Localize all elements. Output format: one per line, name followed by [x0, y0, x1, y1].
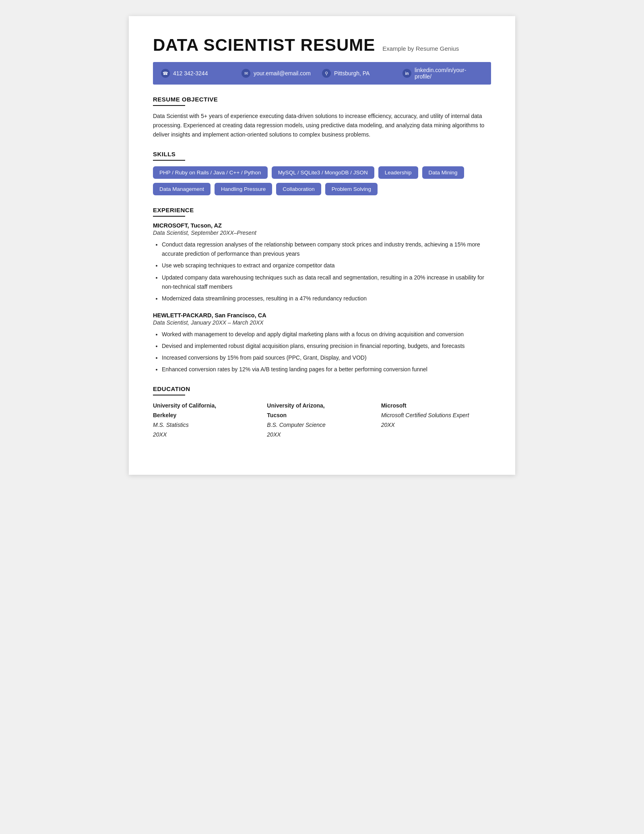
skills-divider: [153, 160, 185, 161]
education-grid: University of California,BerkeleyM.S. St…: [153, 401, 491, 439]
education-entry-1: University of Arizona,TucsonB.S. Compute…: [267, 401, 377, 439]
phone-text: 412 342-3244: [173, 70, 208, 77]
skills-grid: PHP / Ruby on Rails / Java / C++ / Pytho…: [153, 166, 491, 195]
education-divider: [153, 395, 185, 395]
list-item: Use web scraping techniques to extract a…: [162, 261, 491, 270]
email-text: your.email@email.com: [254, 70, 311, 77]
list-item: Worked with management to develop and ap…: [162, 330, 491, 339]
objective-text: Data Scientist with 5+ years of experien…: [153, 112, 491, 139]
education-entry-0: University of California,BerkeleyM.S. St…: [153, 401, 263, 439]
contact-bar: ☎ 412 342-3244 ✉ your.email@email.com ⚲ …: [153, 62, 491, 85]
education-entry-2: MicrosoftMicrosoft Certified Solutions E…: [381, 401, 491, 439]
degree: Microsoft Certified Solutions Expert: [381, 412, 469, 418]
contact-phone: ☎ 412 342-3244: [161, 69, 242, 78]
degree: M.S. Statistics: [153, 422, 189, 428]
experience-heading: EXPERIENCE: [153, 207, 491, 213]
list-item: Modernized data streamlining processes, …: [162, 294, 491, 303]
list-item: Enhanced conversion rates by 12% via A/B…: [162, 365, 491, 374]
contact-email: ✉ your.email@email.com: [242, 69, 322, 78]
skills-heading: SKILLS: [153, 151, 491, 157]
contact-linkedin: in linkedin.com/in/your-profile/: [402, 67, 483, 80]
institution-name: Microsoft: [381, 402, 407, 409]
skill-badge: Data Mining: [422, 166, 464, 179]
list-item: Conduct data regression analyses of the …: [162, 240, 491, 259]
skill-badge: Collaboration: [276, 183, 321, 195]
institution-name: University of Arizona,Tucson: [267, 402, 324, 418]
linkedin-text: linkedin.com/in/your-profile/: [415, 67, 483, 80]
skill-badge: PHP / Ruby on Rails / Java / C++ / Pytho…: [153, 166, 268, 179]
bullet-list: Conduct data regression analyses of the …: [153, 240, 491, 303]
graduation-year: 20XX: [381, 422, 395, 428]
resume-subtitle: Example by Resume Genius: [382, 45, 459, 52]
skill-badge: MySQL / SQLite3 / MongoDB / JSON: [272, 166, 374, 179]
institution-name: University of California,Berkeley: [153, 402, 216, 418]
skill-badge: Data Management: [153, 183, 211, 195]
company-name: HEWLETT-PACKARD, San Francisco, CA: [153, 312, 491, 319]
graduation-year: 20XX: [153, 431, 167, 438]
skill-badge: Handling Pressure: [215, 183, 272, 195]
bullet-list: Worked with management to develop and ap…: [153, 330, 491, 374]
location-icon: ⚲: [322, 69, 331, 78]
objective-section: RESUME OBJECTIVE Data Scientist with 5+ …: [153, 96, 491, 139]
education-heading: EDUCATION: [153, 385, 491, 392]
resume-title: DATA SCIENTIST RESUME: [153, 35, 375, 55]
company-name: MICROSOFT, Tucson, AZ: [153, 222, 491, 229]
phone-icon: ☎: [161, 69, 170, 78]
job-title: Data Scientist, January 20XX – March 20X…: [153, 319, 491, 326]
experience-section: EXPERIENCE MICROSOFT, Tucson, AZData Sci…: [153, 207, 491, 374]
experience-divider: [153, 216, 185, 217]
objective-heading: RESUME OBJECTIVE: [153, 96, 491, 103]
experience-entry-1: HEWLETT-PACKARD, San Francisco, CAData S…: [153, 312, 491, 374]
location-text: Pittsburgh, PA: [334, 70, 369, 77]
contact-location: ⚲ Pittsburgh, PA: [322, 69, 402, 78]
education-section: EDUCATION University of California,Berke…: [153, 385, 491, 439]
skill-badge: Problem Solving: [325, 183, 378, 195]
degree: B.S. Computer Science: [267, 422, 326, 428]
list-item: Increased conversions by 15% from paid s…: [162, 353, 491, 362]
header-section: DATA SCIENTIST RESUME Example by Resume …: [153, 35, 491, 55]
email-icon: ✉: [242, 69, 250, 78]
skills-section: SKILLS PHP / Ruby on Rails / Java / C++ …: [153, 151, 491, 195]
objective-divider: [153, 105, 185, 106]
job-title: Data Scientist, September 20XX–Present: [153, 230, 491, 236]
skill-badge: Leadership: [378, 166, 418, 179]
list-item: Devised and implemented robust digital a…: [162, 341, 491, 351]
list-item: Updated company data warehousing techniq…: [162, 273, 491, 292]
resume-document: DATA SCIENTIST RESUME Example by Resume …: [129, 16, 515, 475]
graduation-year: 20XX: [267, 431, 281, 438]
experience-entry-0: MICROSOFT, Tucson, AZData Scientist, Sep…: [153, 222, 491, 303]
linkedin-icon: in: [402, 69, 411, 78]
